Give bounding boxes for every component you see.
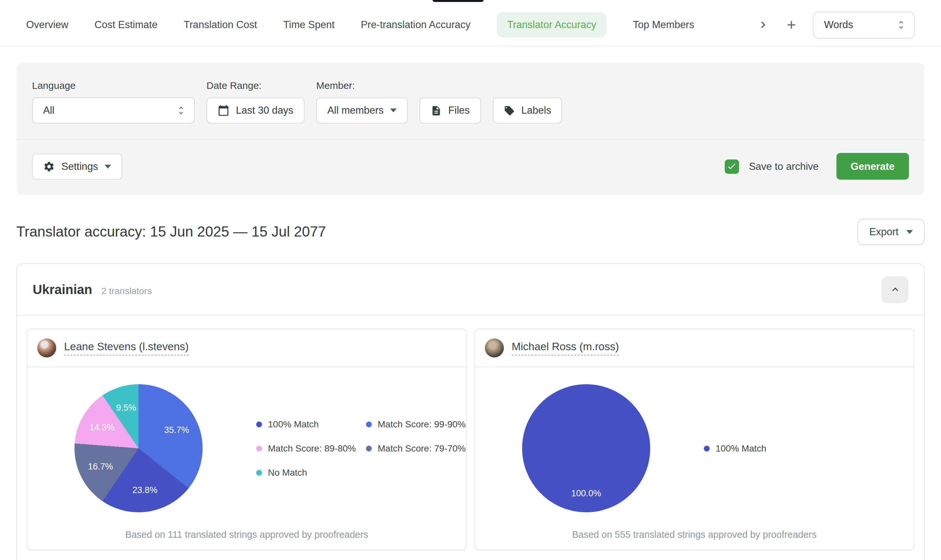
- translator-name[interactable]: Michael Ross (m.ross): [512, 340, 619, 355]
- legend-dot: [704, 445, 710, 451]
- settings-label: Settings: [62, 160, 98, 172]
- files-filter-button[interactable]: Files: [420, 97, 481, 123]
- filter-panel-divider: [16, 139, 925, 140]
- legend-label: Match Score: 89-80%: [268, 443, 356, 454]
- filter-panel: Language All Date Range: Last 30 days Me…: [16, 63, 925, 195]
- unfold-arrows-icon: [176, 105, 186, 115]
- legend-label: 100% Match: [715, 443, 767, 454]
- generate-button[interactable]: Generate: [836, 153, 909, 180]
- legend-item: Match Score: 89-80%: [256, 443, 366, 454]
- settings-button[interactable]: Settings: [32, 153, 122, 179]
- plus-icon: +: [787, 17, 796, 33]
- tab-list: OverviewCost EstimateTranslation CostTim…: [26, 12, 694, 37]
- chart-footnote: Based on 555 translated strings approved…: [475, 529, 913, 549]
- tab-translator-accuracy[interactable]: Translator Accuracy: [497, 12, 607, 37]
- legend-label: Match Score: 99-90%: [378, 419, 466, 429]
- legend-item: No Match: [256, 467, 366, 478]
- member-label: Member:: [316, 80, 408, 91]
- member-select-button[interactable]: All members: [316, 97, 408, 123]
- tag-icon: [504, 105, 515, 116]
- legend-dot: [256, 445, 262, 451]
- add-report-button[interactable]: +: [787, 17, 796, 33]
- pie-legend: 100% Match: [704, 443, 813, 454]
- unit-select-value: Words: [824, 19, 853, 31]
- save-to-archive-label: Save to archive: [749, 160, 819, 172]
- pie-slice-label: 9.5%: [116, 403, 136, 413]
- page: OverviewCost EstimateTranslation CostTim…: [0, 0, 941, 560]
- pie-slice-label: 23.8%: [132, 485, 157, 495]
- legend-item: 100% Match: [256, 419, 366, 429]
- unfold-arrows-icon: [896, 20, 906, 30]
- translator-cards: Leane Stevens (l.stevens) 35.7%23.8%16.7…: [17, 315, 924, 560]
- check-icon: [727, 162, 737, 171]
- tab-time-spent[interactable]: Time Spent: [283, 12, 335, 37]
- avatar: [485, 338, 504, 357]
- export-button[interactable]: Export: [857, 219, 925, 245]
- labels-filter-label: Labels: [521, 105, 551, 116]
- caret-down-icon: [105, 165, 111, 168]
- unit-select[interactable]: Words: [813, 11, 915, 38]
- legend-dot: [256, 469, 262, 475]
- export-label: Export: [869, 226, 898, 238]
- pie-slice-label: 14.3%: [89, 422, 115, 432]
- legend-dot: [256, 421, 262, 427]
- avatar: [37, 338, 56, 357]
- top-notch-bar: [433, 0, 484, 2]
- legend-item: Match Score: 79-70%: [366, 443, 466, 454]
- translators-count: 2 translators: [101, 285, 152, 296]
- gear-icon: [43, 160, 55, 172]
- language-section-title: Ukrainian: [33, 282, 92, 297]
- legend-item: 100% Match: [704, 443, 813, 454]
- translator-card: Michael Ross (m.ross) 100.0% 100% Match …: [474, 329, 914, 550]
- chart-footnote: Based on 111 translated strings approved…: [28, 529, 466, 549]
- legend-label: Match Score: 79-70%: [378, 443, 466, 454]
- files-filter-label: Files: [448, 105, 469, 116]
- language-section: Ukrainian 2 translators Leane Stevens (l…: [16, 263, 925, 560]
- date-range-value: Last 30 days: [236, 105, 294, 116]
- translator-card: Leane Stevens (l.stevens) 35.7%23.8%16.7…: [27, 329, 467, 550]
- file-icon: [431, 105, 442, 116]
- pie-chart: 35.7%23.8%16.7%14.3%9.5%: [74, 384, 203, 512]
- legend-label: No Match: [268, 467, 307, 478]
- pie-slice-label: 35.7%: [164, 425, 189, 435]
- pie-slice-label: 16.7%: [88, 462, 113, 471]
- collapse-section-button[interactable]: [881, 276, 908, 303]
- calendar-icon: [218, 105, 229, 116]
- tab-overview[interactable]: Overview: [26, 12, 68, 37]
- report-title: Translator accuracy: 15 Jun 2025 — 15 Ju…: [16, 223, 326, 240]
- date-range-button[interactable]: Last 30 days: [206, 97, 304, 123]
- tab-cost-estimate[interactable]: Cost Estimate: [94, 12, 157, 37]
- chevron-up-icon: [889, 284, 901, 295]
- legend-dot: [366, 445, 372, 451]
- pie-slice-label: 100.0%: [571, 488, 601, 498]
- report-tabs: OverviewCost EstimateTranslation CostTim…: [0, 0, 941, 46]
- tab-pre-translation-accuracy[interactable]: Pre-translation Accuracy: [361, 12, 470, 37]
- tabs-overflow-chevron-right-icon[interactable]: [757, 18, 770, 31]
- tab-top-members[interactable]: Top Members: [633, 12, 694, 37]
- language-select-value: All: [43, 105, 54, 116]
- pie-legend: 100% MatchMatch Score: 99-90%Match Score…: [256, 419, 466, 478]
- translator-name[interactable]: Leane Stevens (l.stevens): [64, 340, 189, 355]
- labels-filter-button[interactable]: Labels: [493, 97, 562, 123]
- date-range-label: Date Range:: [206, 80, 304, 91]
- save-to-archive-checkbox[interactable]: [725, 159, 739, 174]
- legend-label: 100% Match: [268, 419, 319, 429]
- pie-chart: 100.0%: [522, 384, 650, 512]
- tabs-right-controls: + Words: [757, 11, 915, 38]
- member-select-value: All members: [328, 105, 384, 116]
- language-select[interactable]: All: [32, 97, 195, 123]
- legend-dot: [366, 421, 372, 427]
- legend-item: Match Score: 99-90%: [366, 419, 466, 429]
- caret-down-icon: [390, 108, 397, 112]
- tab-translation-cost[interactable]: Translation Cost: [184, 12, 257, 37]
- caret-down-icon: [906, 230, 913, 234]
- language-label: Language: [32, 80, 195, 91]
